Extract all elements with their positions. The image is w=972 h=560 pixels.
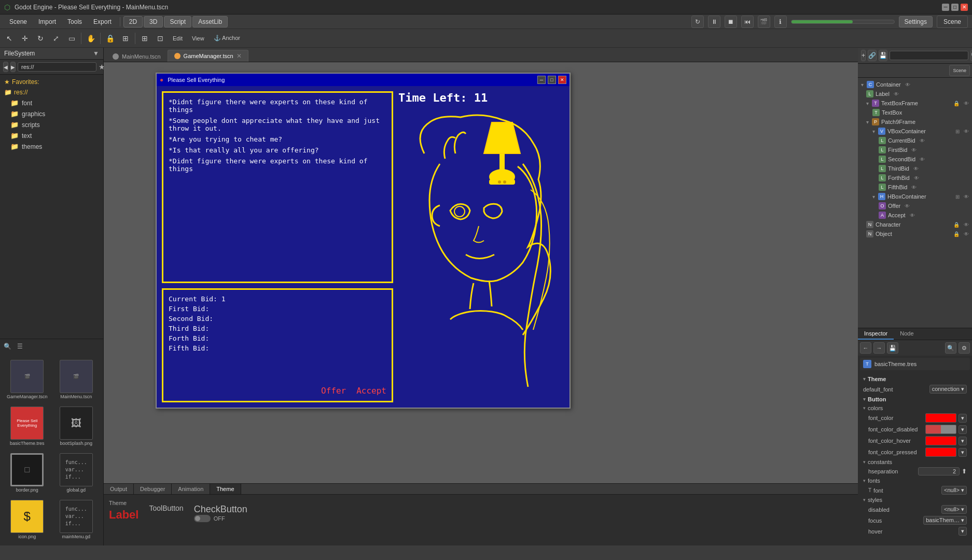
tab-theme[interactable]: Theme xyxy=(210,484,241,494)
folder-text[interactable]: 📁text xyxy=(0,130,103,141)
hbox-eye[interactable]: 👁 xyxy=(964,194,969,200)
tool-grid[interactable]: ⊞ xyxy=(137,31,152,46)
insp-folder-constants[interactable]: ▾ constants xyxy=(860,458,970,466)
offer-eye[interactable]: 👁 xyxy=(905,203,910,209)
insp-hsep-stepper[interactable]: ⬆ xyxy=(962,468,967,475)
mode-assetlib[interactable]: AssetLib xyxy=(192,16,228,27)
vbox-eye[interactable]: 👁 xyxy=(964,129,969,134)
st-offer[interactable]: O Offer 👁 xyxy=(858,201,972,211)
scene-search-input[interactable] xyxy=(890,51,968,60)
minimize-button[interactable]: ─ xyxy=(942,4,949,11)
tab-close-gamemanager[interactable]: ✕ xyxy=(237,52,242,60)
character-eye[interactable]: 👁 xyxy=(964,222,969,228)
tab-mainmenu[interactable]: MainMenu.tscn xyxy=(106,51,168,62)
nav-back[interactable]: ◀ xyxy=(3,62,8,72)
search-button[interactable]: 🔍 xyxy=(2,341,12,352)
close-button[interactable]: ✕ xyxy=(961,4,968,11)
st-secondbid[interactable]: L SecondBid 👁 xyxy=(858,155,972,164)
toggle-control[interactable]: OFF xyxy=(194,515,225,522)
st-hboxcontainer[interactable]: ▾ H HBoxContainer ⊞ 👁 xyxy=(858,192,972,201)
insp-save[interactable]: 💾 xyxy=(887,342,898,354)
tool-scale[interactable]: ⤢ xyxy=(49,31,63,46)
insp-value-focus[interactable]: basicThem… ▾ xyxy=(923,516,967,525)
insp-color-disabled[interactable] xyxy=(925,425,956,434)
insp-color-font[interactable] xyxy=(925,413,956,423)
tool-select[interactable]: ↖ xyxy=(2,31,17,46)
folder-graphics[interactable]: 📁graphics xyxy=(0,108,103,119)
thirdbid-eye[interactable]: 👁 xyxy=(913,166,919,172)
path-input[interactable] xyxy=(18,62,96,72)
st-forthbid[interactable]: L ForthBid 👁 xyxy=(858,173,972,183)
st-accept[interactable]: A Accept 👁 xyxy=(858,211,972,220)
folder-font[interactable]: 📁font xyxy=(0,97,103,108)
st-object[interactable]: N Object 🔒 👁 xyxy=(858,229,972,239)
scene-button[interactable]: Scene xyxy=(937,16,968,28)
folder-themes[interactable]: 📁themes xyxy=(0,141,103,152)
fifthbid-eye[interactable]: 👁 xyxy=(911,185,917,190)
play-stop-button[interactable]: ⏹ xyxy=(725,16,737,28)
scene-label-button[interactable]: Scene xyxy=(949,65,970,76)
tab-debugger[interactable]: Debugger xyxy=(134,484,172,494)
mode-2d[interactable]: 2D xyxy=(123,16,143,27)
insp-forward[interactable]: → xyxy=(873,342,885,354)
file-border[interactable]: □ border.png xyxy=(4,451,50,495)
play-refresh-button[interactable]: ↻ xyxy=(691,16,704,28)
favorites-section[interactable]: ★Favorites: xyxy=(0,77,103,87)
tool-lock[interactable]: 🔒 xyxy=(103,31,117,46)
accept-eye[interactable]: 👁 xyxy=(910,213,915,218)
file-mainmenu[interactable]: 🎬 MainMenu.tscn xyxy=(53,358,100,401)
file-bootsplash[interactable]: 🖼 bootSplash.png xyxy=(53,404,100,448)
insp-color-font-arrow[interactable]: ▾ xyxy=(959,414,967,423)
insp-value-hover[interactable]: ▾ xyxy=(959,527,967,536)
insp-value-font[interactable]: <null> ▾ xyxy=(941,486,967,495)
insp-folder-styles[interactable]: ▾ styles xyxy=(860,496,970,504)
textboxframe-eye[interactable]: 👁 xyxy=(964,101,969,106)
play-info-button[interactable]: ℹ xyxy=(774,16,787,28)
menu-scene[interactable]: Scene xyxy=(4,17,32,27)
mode-3d[interactable]: 3D xyxy=(144,16,163,27)
viewport[interactable]: ● Please Sell Everything ─ □ ✕ *Didnt fi… xyxy=(104,62,858,483)
file-mainmenugd[interactable]: func...var...if... mainMenu.gd xyxy=(53,498,100,541)
insp-folder-fonts[interactable]: ▾ fonts xyxy=(860,477,970,485)
st-label[interactable]: L Label 👁 xyxy=(858,89,972,99)
insp-back[interactable]: ← xyxy=(860,342,871,354)
folder-scripts[interactable]: 📁scripts xyxy=(0,119,103,130)
insp-folder-colors[interactable]: ▾ colors xyxy=(860,404,970,412)
tool-snap[interactable]: ⊡ xyxy=(153,31,168,46)
st-container[interactable]: ▾ C Container 👁 xyxy=(858,80,972,89)
menu-tools[interactable]: Tools xyxy=(62,17,87,27)
scene-save-button[interactable]: 💾 xyxy=(879,50,887,61)
insp-color-hover-arrow[interactable]: ▾ xyxy=(959,437,967,445)
tool-move[interactable]: ✛ xyxy=(18,31,32,46)
st-fifthbid[interactable]: L FifthBid 👁 xyxy=(858,183,972,192)
tool-select2[interactable]: ▭ xyxy=(64,31,79,46)
play-movie-button[interactable]: 🎬 xyxy=(758,16,770,28)
st-textboxframe[interactable]: ▾ T TextBoxFrame 🔒 👁 xyxy=(858,99,972,108)
file-basictheme[interactable]: Please Sell Everything basicTheme.tres xyxy=(4,404,50,448)
tab-animation[interactable]: Animation xyxy=(172,484,210,494)
st-textbox[interactable]: T TextBox xyxy=(858,108,972,117)
tab-gamemanager[interactable]: GameManager.tscn ✕ xyxy=(168,50,248,62)
menu-import[interactable]: Import xyxy=(33,17,61,27)
label-eye[interactable]: 👁 xyxy=(894,91,899,97)
tab-output[interactable]: Output xyxy=(104,484,134,494)
play-pause-button[interactable]: ⏸ xyxy=(708,16,720,28)
nav-forward[interactable]: ▶ xyxy=(10,62,16,72)
secondbid-eye[interactable]: 👁 xyxy=(920,157,925,162)
st-patch9frame[interactable]: ▾ P Patch9Frame xyxy=(858,117,972,127)
insp-search[interactable]: 🔍 xyxy=(945,342,956,354)
res-section[interactable]: 📁res:// xyxy=(0,87,103,97)
file-icon[interactable]: $ icon.png xyxy=(4,498,50,541)
st-thirdbid[interactable]: L ThirdBid 👁 xyxy=(858,164,972,173)
insp-value-disabled[interactable]: <null> ▾ xyxy=(941,505,967,514)
insp-color-pressed-arrow[interactable]: ▾ xyxy=(959,448,967,457)
tool-pan[interactable]: ✋ xyxy=(84,31,98,46)
inspector-tab-inspector[interactable]: Inspector xyxy=(858,328,894,340)
container-eye[interactable]: 👁 xyxy=(905,82,910,88)
offer-button[interactable]: Offer xyxy=(321,386,346,396)
filesystem-toggle[interactable]: ▼ xyxy=(93,50,99,57)
accept-button[interactable]: Accept xyxy=(356,386,386,396)
file-global[interactable]: func...var...if... global.gd xyxy=(53,451,100,495)
menu-export[interactable]: Export xyxy=(88,17,117,27)
scene-add-button[interactable]: + xyxy=(861,50,866,61)
